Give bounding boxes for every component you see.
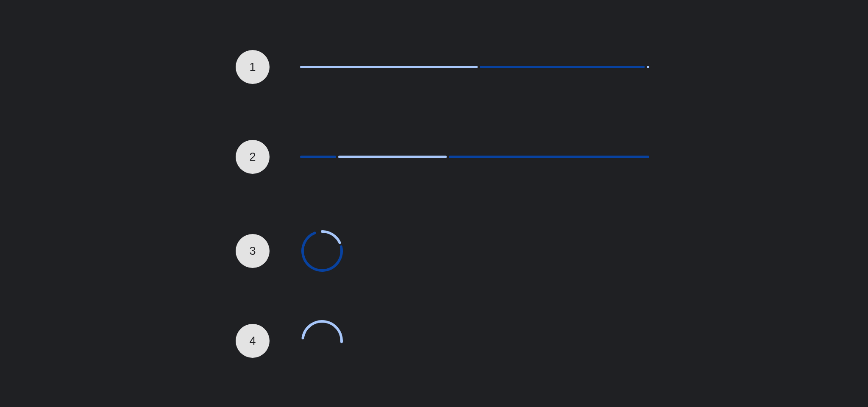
linear-indeterminate-progress: [300, 156, 649, 158]
badge-label: 4: [249, 335, 256, 348]
svg-point-0: [300, 229, 344, 273]
progress-track-segment: [300, 156, 336, 158]
progress-stop-dot-icon: [647, 66, 649, 68]
progress-active-segment: [300, 66, 478, 68]
badge-label: 1: [249, 61, 256, 74]
circular-determinate-row: 3: [236, 230, 868, 272]
circular-indeterminate-progress: [300, 319, 344, 363]
progress-track-segment: [480, 66, 645, 68]
svg-point-2: [300, 319, 344, 363]
linear-indeterminate-row: 2: [236, 140, 868, 174]
progress-track-segment: [449, 156, 649, 158]
circular-determinate-progress: [300, 229, 344, 273]
progress-indicators-demo: 1 2 3: [0, 0, 868, 362]
spinner-icon: [300, 319, 344, 363]
linear-determinate-progress: [300, 66, 649, 68]
item-badge: 4: [236, 324, 270, 358]
badge-label: 3: [249, 245, 256, 258]
item-badge: 2: [236, 140, 270, 174]
linear-determinate-row: 1: [236, 50, 868, 84]
circular-indeterminate-row: 4: [236, 320, 868, 362]
spinner-icon: [300, 229, 344, 273]
item-badge: 3: [236, 234, 270, 268]
progress-active-segment: [338, 156, 447, 158]
badge-label: 2: [249, 151, 256, 164]
item-badge: 1: [236, 50, 270, 84]
